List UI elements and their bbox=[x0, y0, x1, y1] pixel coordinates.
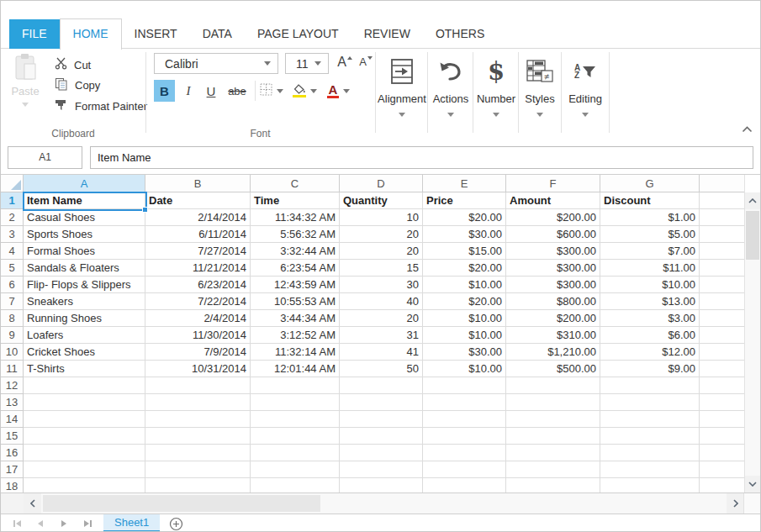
scroll-right-button[interactable] bbox=[727, 493, 744, 514]
hscroll-track[interactable] bbox=[41, 493, 727, 514]
row-header-15[interactable]: 15 bbox=[1, 428, 24, 445]
cell-B5[interactable]: 11/21/2014 bbox=[145, 260, 251, 277]
cell-G16[interactable] bbox=[600, 445, 700, 461]
cell-D8[interactable]: 20 bbox=[340, 310, 423, 327]
cell-H3[interactable] bbox=[700, 226, 746, 243]
cell-E9[interactable]: $10.00 bbox=[423, 327, 506, 344]
row-header-2[interactable]: 2 bbox=[1, 209, 24, 226]
cell-H16[interactable] bbox=[700, 445, 746, 461]
cell-A9[interactable]: Loafers bbox=[24, 327, 145, 344]
cell-E8[interactable]: $10.00 bbox=[423, 310, 506, 327]
column-header-G[interactable]: G bbox=[600, 175, 700, 192]
cell-D6[interactable]: 30 bbox=[340, 277, 423, 293]
cell-A2[interactable]: Casual Shoes bbox=[24, 209, 145, 226]
cell-G9[interactable]: $6.00 bbox=[600, 327, 700, 344]
cut-button[interactable]: Cut bbox=[55, 56, 91, 73]
cell-G5[interactable]: $11.00 bbox=[600, 260, 700, 277]
column-header-E[interactable]: E bbox=[423, 175, 506, 192]
cell-C11[interactable]: 12:01:44 AM bbox=[251, 361, 340, 377]
cell-E1[interactable]: Price bbox=[423, 192, 506, 209]
row-header-8[interactable]: 8 bbox=[1, 310, 24, 327]
cell-D4[interactable]: 20 bbox=[340, 243, 423, 260]
cell-A15[interactable] bbox=[24, 428, 145, 445]
cell-F7[interactable]: $800.00 bbox=[506, 293, 600, 310]
cell-C10[interactable]: 11:32:14 AM bbox=[251, 344, 340, 361]
cell-A6[interactable]: Flip- Flops & Slippers bbox=[24, 277, 145, 293]
cell-F12[interactable] bbox=[506, 377, 600, 394]
cell-D12[interactable] bbox=[340, 377, 423, 394]
editing-dropdown-button[interactable]: AZ Editing bbox=[563, 52, 608, 133]
cell-E7[interactable]: $20.00 bbox=[423, 293, 506, 310]
cell-E4[interactable]: $15.00 bbox=[423, 243, 506, 260]
column-header-F[interactable]: F bbox=[506, 175, 600, 192]
cell-D14[interactable] bbox=[340, 411, 423, 428]
cell-E10[interactable]: $30.00 bbox=[423, 344, 506, 361]
select-all-button[interactable] bbox=[1, 175, 24, 192]
column-header-H-partial[interactable] bbox=[700, 175, 746, 192]
cell-H4[interactable] bbox=[700, 243, 746, 260]
cell-G8[interactable]: $3.00 bbox=[600, 310, 700, 327]
cell-F3[interactable]: $600.00 bbox=[506, 226, 600, 243]
cell-H18[interactable] bbox=[700, 478, 746, 492]
bold-button[interactable]: B bbox=[154, 80, 175, 102]
cell-H5[interactable] bbox=[700, 260, 746, 277]
cell-C14[interactable] bbox=[251, 411, 340, 428]
cell-B13[interactable] bbox=[145, 394, 251, 411]
shrink-font-button[interactable]: A bbox=[356, 53, 376, 74]
row-header-11[interactable]: 11 bbox=[1, 361, 24, 377]
vscroll-track[interactable] bbox=[745, 209, 760, 476]
strikethrough-button[interactable]: abe bbox=[223, 80, 251, 102]
cell-B18[interactable] bbox=[145, 478, 251, 492]
cell-F4[interactable]: $300.00 bbox=[506, 243, 600, 260]
cell-B1[interactable]: Date bbox=[145, 192, 251, 209]
cell-D13[interactable] bbox=[340, 394, 423, 411]
copy-button[interactable]: Copy bbox=[55, 76, 100, 93]
cell-A4[interactable]: Formal Shoes bbox=[24, 243, 145, 260]
tab-data[interactable]: DATA bbox=[190, 19, 245, 49]
cell-G18[interactable] bbox=[600, 478, 700, 492]
cell-F1[interactable]: Amount bbox=[506, 192, 600, 209]
cell-A3[interactable]: Sports Shoes bbox=[24, 226, 145, 243]
cell-F16[interactable] bbox=[506, 445, 600, 461]
cell-B3[interactable]: 6/11/2014 bbox=[145, 226, 251, 243]
cell-B4[interactable]: 7/27/2014 bbox=[145, 243, 251, 260]
cell-E12[interactable] bbox=[423, 377, 506, 394]
cell-H17[interactable] bbox=[700, 461, 746, 478]
formula-input[interactable]: Item Name bbox=[90, 146, 753, 169]
cell-C9[interactable]: 3:12:52 AM bbox=[251, 327, 340, 344]
row-header-16[interactable]: 16 bbox=[1, 445, 24, 461]
cell-E6[interactable]: $10.00 bbox=[423, 277, 506, 293]
cell-F9[interactable]: $310.00 bbox=[506, 327, 600, 344]
cell-C12[interactable] bbox=[251, 377, 340, 394]
cell-D3[interactable]: 20 bbox=[340, 226, 423, 243]
cell-H9[interactable] bbox=[700, 327, 746, 344]
cell-F18[interactable] bbox=[506, 478, 600, 492]
cell-H6[interactable] bbox=[700, 277, 746, 293]
cell-C17[interactable] bbox=[251, 461, 340, 478]
cell-G1[interactable]: Discount bbox=[600, 192, 700, 209]
cell-F15[interactable] bbox=[506, 428, 600, 445]
font-name-combobox[interactable]: Calibri bbox=[154, 53, 278, 74]
cell-C16[interactable] bbox=[251, 445, 340, 461]
cell-E5[interactable]: $20.00 bbox=[423, 260, 506, 277]
alignment-dropdown-button[interactable]: Alignment bbox=[377, 52, 427, 133]
cell-D18[interactable] bbox=[340, 478, 423, 492]
cell-A11[interactable]: T-Shirts bbox=[24, 361, 145, 377]
styles-dropdown-button[interactable]: ≠ Styles bbox=[520, 52, 560, 133]
cell-F8[interactable]: $200.00 bbox=[506, 310, 600, 327]
row-header-12[interactable]: 12 bbox=[1, 377, 24, 394]
row-header-17[interactable]: 17 bbox=[1, 461, 24, 478]
cell-G12[interactable] bbox=[600, 377, 700, 394]
fill-color-button[interactable] bbox=[293, 80, 317, 102]
cell-A12[interactable] bbox=[24, 377, 145, 394]
tab-others[interactable]: OTHERS bbox=[423, 19, 497, 49]
cell-D1[interactable]: Quantity bbox=[340, 192, 423, 209]
cell-A1[interactable]: Item Name bbox=[24, 192, 145, 209]
cell-C1[interactable]: Time bbox=[251, 192, 340, 209]
cell-H13[interactable] bbox=[700, 394, 746, 411]
font-color-button[interactable]: A bbox=[327, 80, 350, 102]
sheet-tab-sheet1[interactable]: Sheet1 bbox=[103, 514, 160, 532]
next-sheet-button[interactable] bbox=[56, 514, 71, 532]
row-header-3[interactable]: 3 bbox=[1, 226, 24, 243]
last-sheet-button[interactable] bbox=[80, 514, 95, 532]
